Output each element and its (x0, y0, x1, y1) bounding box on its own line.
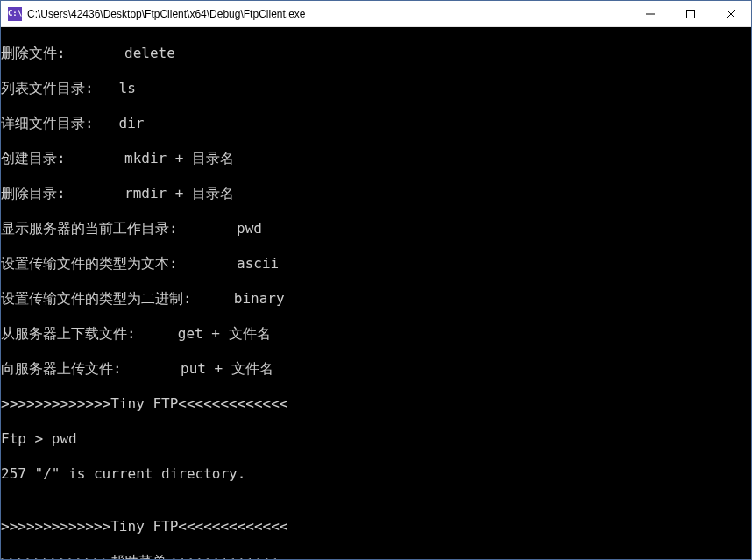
minimize-button[interactable] (630, 1, 670, 26)
console-line: Ftp > pwd (1, 430, 751, 448)
console-line: 向服务器上传文件: put + 文件名 (1, 360, 751, 378)
console-line: 从服务器上下载文件: get + 文件名 (1, 325, 751, 343)
console-line: 257 "/" is current directory. (1, 465, 751, 483)
window-title: C:\Users\42436\Desktop\FtpClient\x64\Deb… (27, 8, 630, 20)
console-line: >>>>>>>>>>>>>帮助菜单<<<<<<<<<<<<< (1, 553, 751, 559)
close-button[interactable] (711, 1, 751, 26)
console-line: 显示服务器的当前工作目录: pwd (1, 220, 751, 237)
close-icon (727, 10, 735, 18)
console-line: 创建目录: mkdir + 目录名 (1, 150, 751, 167)
console-line: 设置传输文件的类型为文本: ascii (1, 255, 751, 273)
console-line: 删除文件: delete (1, 45, 751, 62)
minimize-icon (646, 10, 655, 18)
console-line: 设置传输文件的类型为二进制: binary (1, 290, 751, 308)
app-icon-text: C:\ (8, 10, 22, 18)
console-line: >>>>>>>>>>>>>Tiny FTP<<<<<<<<<<<<< (1, 395, 751, 413)
window-titlebar: C:\ C:\Users\42436\Desktop\FtpClient\x64… (1, 1, 751, 27)
console-line: 删除目录: rmdir + 目录名 (1, 185, 751, 202)
maximize-icon (686, 10, 695, 18)
console-line: 详细文件目录: dir (1, 115, 751, 132)
maximize-button[interactable] (670, 1, 711, 26)
console-line: 列表文件目录: ls (1, 80, 751, 97)
console-line: >>>>>>>>>>>>>Tiny FTP<<<<<<<<<<<<< (1, 518, 751, 535)
app-icon: C:\ (8, 7, 22, 21)
console-output[interactable]: 删除文件: delete 列表文件目录: ls 详细文件目录: dir 创建目录… (1, 27, 751, 559)
svg-rect-1 (687, 10, 695, 18)
window-controls (630, 1, 751, 26)
